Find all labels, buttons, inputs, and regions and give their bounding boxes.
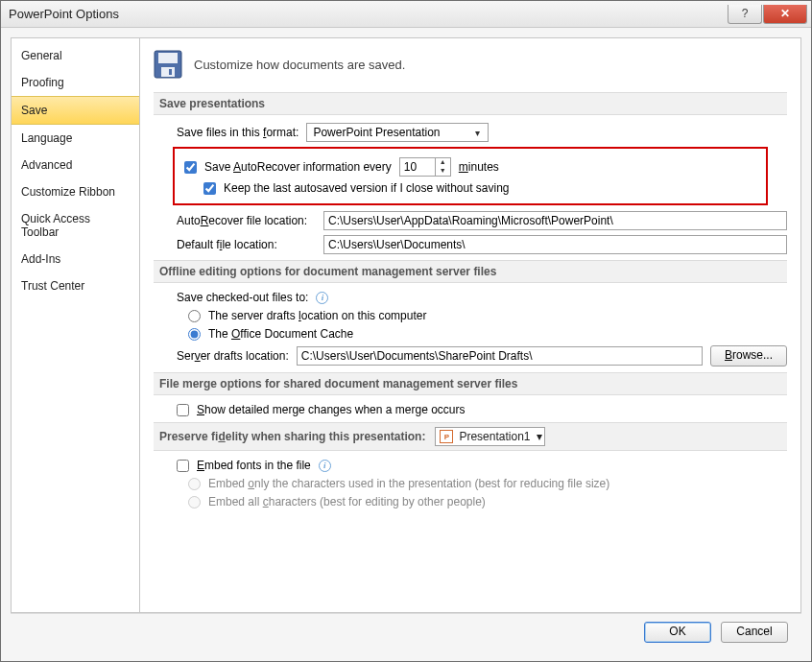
autorecover-label: Save AutoRecover information every xyxy=(204,160,392,174)
titlebar: PowerPoint Options ? ✕ xyxy=(1,1,811,28)
show-detailed-merge-label: Show detailed merge changes when a merge… xyxy=(197,403,466,416)
radio-server-drafts[interactable] xyxy=(188,310,201,322)
radio-office-cache-label: The Office Document Cache xyxy=(208,327,353,341)
save-checked-label: Save checked-out files to: xyxy=(177,291,308,304)
dialog-footer: OK Cancel xyxy=(11,613,801,652)
sidebar-item-label: Save xyxy=(21,104,47,117)
autorecover-minutes-spinner[interactable]: 10 ▲▼ xyxy=(399,157,451,177)
chevron-down-icon: ▾ xyxy=(468,128,486,138)
window-title: PowerPoint Options xyxy=(9,7,119,21)
help-icon: ? xyxy=(742,7,749,20)
sidebar-item-general[interactable]: General xyxy=(12,42,139,69)
autorecover-minutes-value: 10 xyxy=(400,158,435,176)
presentation-name: Presentation1 xyxy=(459,430,530,443)
embed-all-radio xyxy=(188,496,201,508)
sidebar-item-label: Trust Center xyxy=(21,279,84,293)
presentation-select[interactable]: P Presentation1 ▾ xyxy=(435,427,544,446)
autorecover-loc-input[interactable]: C:\Users\User\AppData\Roaming\Microsoft\… xyxy=(323,211,787,230)
section-offline: Offline editing options for document man… xyxy=(154,260,787,283)
embed-fonts-checkbox[interactable] xyxy=(177,460,189,472)
autorecover-checkbox[interactable] xyxy=(184,161,197,174)
drafts-loc-input[interactable]: C:\Users\User\Documents\SharePoint Draft… xyxy=(297,346,703,366)
close-icon: ✕ xyxy=(780,7,790,20)
section-preserve: Preserve fidelity when sharing this pres… xyxy=(154,422,787,451)
sidebar-item-label: Language xyxy=(21,131,72,145)
cancel-button[interactable]: Cancel xyxy=(721,622,788,643)
spinner-up-icon[interactable]: ▲ xyxy=(436,158,450,167)
embed-all-label: Embed all characters (best for editing b… xyxy=(208,495,486,508)
embed-fonts-label: Embed fonts in the file xyxy=(197,459,311,472)
ok-button[interactable]: OK xyxy=(644,622,711,643)
help-button[interactable]: ? xyxy=(728,5,762,24)
sidebar-item-label: Add-Ins xyxy=(21,252,60,266)
default-loc-input[interactable]: C:\Users\User\Documents\ xyxy=(323,235,787,254)
radio-office-cache[interactable] xyxy=(188,328,201,341)
browse-button[interactable]: Browse... xyxy=(710,345,787,366)
sidebar-item-advanced[interactable]: Advanced xyxy=(12,152,139,178)
svg-rect-1 xyxy=(158,53,178,63)
default-loc-label: Default file location: xyxy=(177,238,316,251)
sidebar-item-label: Customize Ribbon xyxy=(21,185,115,199)
sidebar-item-label: Advanced xyxy=(21,158,72,172)
embed-only-radio xyxy=(188,478,201,490)
format-label: Save files in this format: xyxy=(177,126,299,139)
info-icon[interactable]: i xyxy=(319,460,331,472)
format-value: PowerPoint Presentation xyxy=(313,126,440,139)
spinner-down-icon[interactable]: ▼ xyxy=(436,167,450,176)
save-icon xyxy=(154,50,182,79)
keep-last-checkbox[interactable] xyxy=(203,182,216,195)
section-merge: File merge options for shared document m… xyxy=(154,372,787,395)
sidebar-item-label: Proofing xyxy=(21,76,64,89)
sidebar-item-language[interactable]: Language xyxy=(12,125,139,152)
sidebar-item-quick-access[interactable]: Quick Access Toolbar xyxy=(12,205,139,246)
sidebar-item-label: General xyxy=(21,49,62,62)
sidebar-item-label: Quick Access Toolbar xyxy=(21,212,90,239)
info-icon[interactable]: i xyxy=(316,292,328,304)
autorecover-unit: minutes xyxy=(459,160,499,174)
preserve-header-text: Preserve fidelity when sharing this pres… xyxy=(159,430,425,443)
svg-rect-3 xyxy=(169,69,172,75)
sidebar-item-proofing[interactable]: Proofing xyxy=(12,69,139,96)
content-panel: Customize how documents are saved. Save … xyxy=(140,37,801,613)
sidebar-item-trust-center[interactable]: Trust Center xyxy=(12,272,139,299)
format-select[interactable]: PowerPoint Presentation ▾ xyxy=(306,123,489,142)
keep-last-label: Keep the last autosaved version if I clo… xyxy=(224,181,510,195)
sidebar-item-save[interactable]: Save xyxy=(12,96,139,125)
show-detailed-merge-checkbox[interactable] xyxy=(177,404,189,416)
section-save-presentations: Save presentations xyxy=(154,92,787,115)
chevron-down-icon: ▾ xyxy=(537,430,542,443)
sidebar-item-add-ins[interactable]: Add-Ins xyxy=(12,246,139,272)
autorecover-loc-label: AutoRecover file location: xyxy=(177,214,316,227)
close-button[interactable]: ✕ xyxy=(763,5,807,24)
sidebar: General Proofing Save Language Advanced … xyxy=(11,37,140,613)
autorecover-highlight: Save AutoRecover information every 10 ▲▼… xyxy=(173,147,768,205)
embed-only-label: Embed only the characters used in the pr… xyxy=(208,477,609,490)
svg-rect-2 xyxy=(161,67,175,77)
powerpoint-icon: P xyxy=(440,430,453,443)
radio-server-drafts-label: The server drafts location on this compu… xyxy=(208,309,426,322)
sidebar-item-customize-ribbon[interactable]: Customize Ribbon xyxy=(12,178,139,205)
drafts-loc-label: Server drafts location: xyxy=(177,349,289,363)
page-heading: Customize how documents are saved. xyxy=(194,58,405,72)
